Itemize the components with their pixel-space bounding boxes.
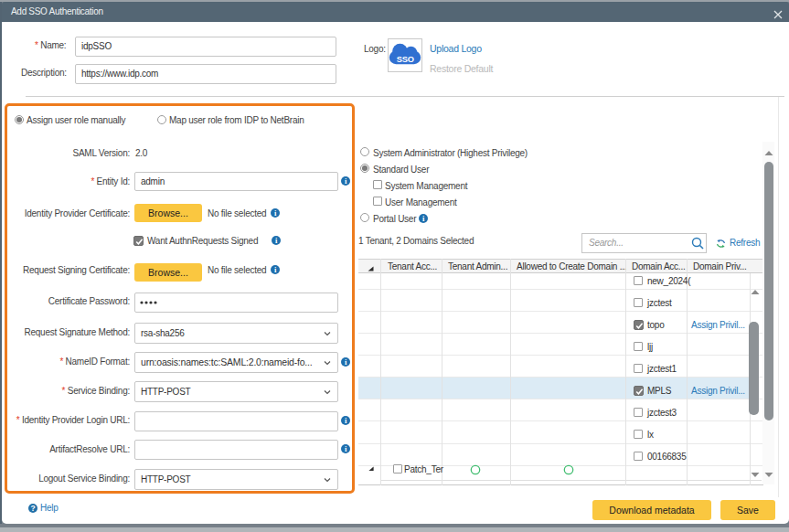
- svg-text:SSO: SSO: [397, 55, 414, 64]
